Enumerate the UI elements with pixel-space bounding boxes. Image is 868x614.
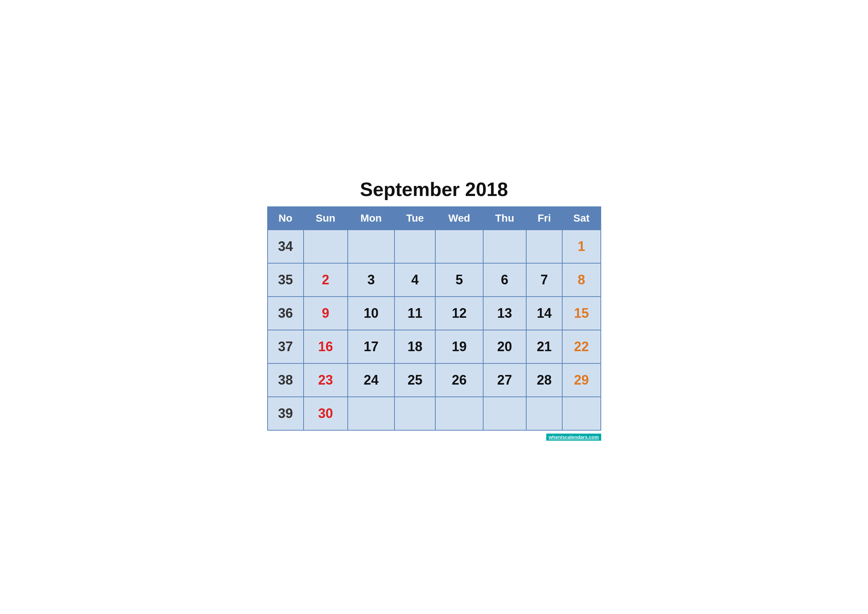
header-fri: Fri bbox=[526, 207, 562, 230]
day-cell: 16 bbox=[304, 330, 348, 363]
day-cell bbox=[435, 230, 483, 263]
day-cell: 18 bbox=[394, 330, 435, 363]
header-wed: Wed bbox=[435, 207, 483, 230]
day-cell: 6 bbox=[483, 263, 526, 297]
day-cell: 9 bbox=[304, 297, 348, 330]
day-cell: 23 bbox=[304, 363, 348, 397]
day-cell: 3 bbox=[348, 263, 395, 297]
week-number: 34 bbox=[268, 230, 304, 263]
day-cell: 29 bbox=[562, 363, 600, 397]
day-cell: 11 bbox=[394, 297, 435, 330]
day-cell: 26 bbox=[435, 363, 483, 397]
calendar-title: September 2018 bbox=[267, 171, 601, 206]
header-row: No Sun Mon Tue Wed Thu Fri Sat bbox=[268, 207, 601, 230]
table-row: 3823242526272829 bbox=[268, 363, 601, 397]
day-cell: 24 bbox=[348, 363, 395, 397]
day-cell: 28 bbox=[526, 363, 562, 397]
day-cell: 19 bbox=[435, 330, 483, 363]
header-tue: Tue bbox=[394, 207, 435, 230]
day-cell: 21 bbox=[526, 330, 562, 363]
day-cell bbox=[348, 397, 395, 430]
day-cell: 1 bbox=[562, 230, 600, 263]
day-cell: 8 bbox=[562, 263, 600, 297]
week-number: 36 bbox=[268, 297, 304, 330]
day-cell: 27 bbox=[483, 363, 526, 397]
header-thu: Thu bbox=[483, 207, 526, 230]
header-sat: Sat bbox=[562, 207, 600, 230]
day-cell bbox=[435, 397, 483, 430]
header-no: No bbox=[268, 207, 304, 230]
day-cell: 17 bbox=[348, 330, 395, 363]
day-cell: 15 bbox=[562, 297, 600, 330]
day-cell: 13 bbox=[483, 297, 526, 330]
day-cell: 12 bbox=[435, 297, 483, 330]
day-cell bbox=[526, 230, 562, 263]
day-cell bbox=[562, 397, 600, 430]
day-cell: 20 bbox=[483, 330, 526, 363]
header-mon: Mon bbox=[348, 207, 395, 230]
day-cell: 25 bbox=[394, 363, 435, 397]
week-number: 39 bbox=[268, 397, 304, 430]
table-row: 352345678 bbox=[268, 263, 601, 297]
table-row: 3716171819202122 bbox=[268, 330, 601, 363]
week-number: 35 bbox=[268, 263, 304, 297]
header-sun: Sun bbox=[304, 207, 348, 230]
table-row: 3930 bbox=[268, 397, 601, 430]
day-cell bbox=[304, 230, 348, 263]
day-cell bbox=[394, 230, 435, 263]
footer-link[interactable]: wheniscalendars.com bbox=[546, 434, 601, 440]
day-cell bbox=[394, 397, 435, 430]
day-cell: 30 bbox=[304, 397, 348, 430]
day-cell: 10 bbox=[348, 297, 395, 330]
day-cell: 2 bbox=[304, 263, 348, 297]
day-cell bbox=[483, 397, 526, 430]
day-cell: 4 bbox=[394, 263, 435, 297]
day-cell: 14 bbox=[526, 297, 562, 330]
day-cell: 22 bbox=[562, 330, 600, 363]
day-cell: 5 bbox=[435, 263, 483, 297]
calendar-container: September 2018 No Sun Mon Tue Wed Thu Fr… bbox=[267, 171, 601, 443]
calendar-table: No Sun Mon Tue Wed Thu Fri Sat 341352345… bbox=[267, 206, 601, 431]
footer: wheniscalendars.com bbox=[267, 431, 601, 443]
table-row: 369101112131415 bbox=[268, 297, 601, 330]
day-cell bbox=[526, 397, 562, 430]
week-number: 38 bbox=[268, 363, 304, 397]
week-number: 37 bbox=[268, 330, 304, 363]
day-cell bbox=[348, 230, 395, 263]
day-cell: 7 bbox=[526, 263, 562, 297]
day-cell bbox=[483, 230, 526, 263]
table-row: 341 bbox=[268, 230, 601, 263]
